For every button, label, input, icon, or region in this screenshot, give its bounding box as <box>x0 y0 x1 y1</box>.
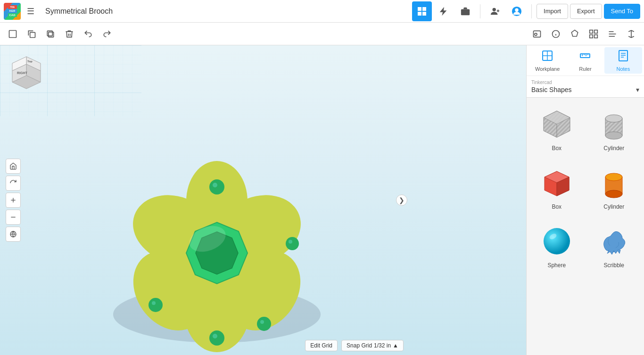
notes-button[interactable]: Notes <box>604 47 642 74</box>
shape-label-box-red: Box <box>552 203 561 210</box>
svg-rect-15 <box>590 30 593 33</box>
shape-category-arrow[interactable]: ▾ <box>636 86 639 93</box>
group-button[interactable] <box>585 25 603 43</box>
svg-rect-68 <box>619 51 627 61</box>
notes-icon <box>617 49 630 65</box>
grid-view-button[interactable] <box>412 1 432 21</box>
delete-button[interactable] <box>60 25 78 43</box>
snap-grid-label: Snap Grid <box>347 342 372 349</box>
ruler-icon <box>578 49 592 65</box>
align-button[interactable] <box>603 25 621 43</box>
svg-rect-11 <box>49 32 54 37</box>
shape-source-label: Tinkercad <box>531 80 639 85</box>
right-panel-top: Workplane Ruler <box>527 45 644 98</box>
top-bar: TIN KER CAD ☰ Symmetrical Brooch Import … <box>0 0 644 23</box>
zoom-out-button[interactable] <box>6 210 21 225</box>
shape-preview-box-red <box>538 164 576 202</box>
hamburger-button[interactable]: ☰ <box>21 1 41 21</box>
svg-point-42 <box>260 320 264 324</box>
export-button[interactable]: Export <box>570 4 602 19</box>
shape-preview-cylinder-gray <box>595 105 633 143</box>
svg-text:RIGHT: RIGHT <box>17 71 28 75</box>
shape-item-box-red[interactable]: Box <box>531 161 582 213</box>
workplane-icon <box>541 49 554 65</box>
svg-rect-4 <box>461 9 470 15</box>
main-area: RIGHT Top ❯ E <box>0 45 644 355</box>
svg-rect-8 <box>9 30 17 37</box>
logo[interactable]: TIN KER CAD <box>4 3 21 20</box>
panel-toggle-button[interactable]: ❯ <box>396 194 407 206</box>
ruler-label: Ruler <box>579 66 591 72</box>
shape-preview-sphere-blue <box>538 222 576 260</box>
shape-label-box-gray: Box <box>552 145 561 152</box>
svg-point-12 <box>535 33 537 35</box>
svg-marker-14 <box>571 30 578 36</box>
snap-grid-value: 1/32 in <box>374 342 391 349</box>
svg-point-41 <box>257 317 271 331</box>
svg-point-39 <box>286 237 299 250</box>
home-button[interactable] <box>6 159 21 174</box>
svg-point-45 <box>149 298 163 312</box>
shape-item-cylinder-orange[interactable]: Cylinder <box>589 161 640 213</box>
add-user-button[interactable] <box>485 1 505 21</box>
shape-item-scribble[interactable]: Scribble <box>589 220 640 271</box>
redo-button[interactable] <box>98 25 116 43</box>
ruler-button[interactable]: Ruler <box>566 47 604 74</box>
workplane-button[interactable]: Workplane <box>528 47 566 74</box>
topbar-right: Import Export Send To <box>412 1 640 21</box>
shape-item-cylinder-gray[interactable]: Cylinder <box>589 102 640 154</box>
viewport[interactable]: RIGHT Top ❯ E <box>0 45 526 355</box>
notes-label: Notes <box>616 66 630 72</box>
svg-rect-3 <box>422 12 426 16</box>
right-panel: Workplane Ruler <box>526 45 644 355</box>
shape-category-label: Basic Shapes <box>531 86 572 93</box>
zoom-in-button[interactable] <box>6 193 21 208</box>
bottom-bar: Edit Grid Snap Grid 1/32 in ▲ <box>305 340 404 351</box>
svg-point-40 <box>289 240 292 244</box>
import-button[interactable]: Import <box>537 4 568 19</box>
svg-point-7 <box>515 8 518 11</box>
shape-button[interactable] <box>566 25 584 43</box>
snap-grid: Snap Grid 1/32 in ▲ <box>341 340 404 351</box>
shape-preview-box-gray <box>538 105 576 143</box>
separator <box>480 4 480 18</box>
camera-button[interactable] <box>528 25 546 43</box>
svg-point-81 <box>605 132 622 139</box>
separator2 <box>531 4 532 18</box>
sendto-button[interactable]: Send To <box>604 4 640 19</box>
shape-preview-scribble <box>595 222 633 260</box>
shape-item-box-gray[interactable]: Box <box>531 102 582 154</box>
briefcase-button[interactable] <box>455 1 475 21</box>
undo-button[interactable] <box>79 25 97 43</box>
shape-item-sphere-blue[interactable]: Sphere <box>531 220 582 271</box>
profile-button[interactable] <box>507 1 527 21</box>
svg-point-88 <box>605 173 622 181</box>
shape-label-scribble: Scribble <box>604 262 624 269</box>
hammer-button[interactable] <box>434 1 454 21</box>
shape-label-cylinder-orange: Cylinder <box>603 203 624 210</box>
copy-button[interactable] <box>23 25 41 43</box>
hint-button[interactable] <box>547 25 565 43</box>
new-button[interactable] <box>4 25 22 43</box>
svg-point-37 <box>209 179 224 194</box>
svg-point-43 <box>209 330 224 346</box>
svg-point-44 <box>213 334 217 338</box>
svg-rect-18 <box>594 34 598 38</box>
cube-gizmo[interactable]: RIGHT Top <box>8 53 45 91</box>
project-title: Symmetrical Brooch <box>45 7 412 16</box>
svg-point-5 <box>493 8 496 11</box>
right-tools: Workplane Ruler <box>527 45 644 76</box>
shapes-grid: Box <box>527 98 644 355</box>
svg-text:Top: Top <box>27 60 33 63</box>
shape-label-cylinder-gray: Cylinder <box>603 145 624 152</box>
rotate-button[interactable] <box>6 176 21 191</box>
svg-rect-17 <box>590 34 593 38</box>
svg-point-89 <box>605 190 622 198</box>
snap-grid-arrow[interactable]: ▲ <box>393 342 398 349</box>
edit-grid-button[interactable]: Edit Grid <box>305 340 338 351</box>
duplicate-button[interactable] <box>41 25 59 43</box>
orientation-button[interactable] <box>6 227 21 242</box>
mirror-button[interactable] <box>622 25 640 43</box>
shape-selector-row: Basic Shapes ▾ <box>531 86 639 93</box>
model-svg[interactable] <box>47 102 387 355</box>
